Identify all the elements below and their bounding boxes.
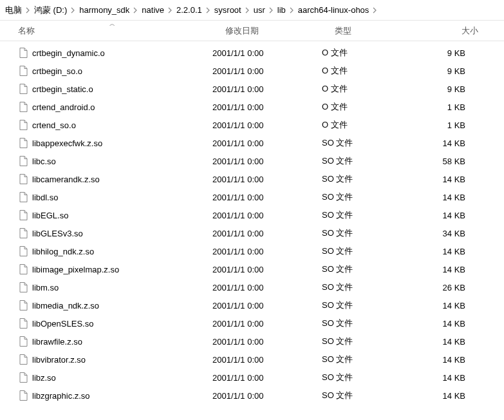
file-type-cell: SO 文件 [322,318,415,329]
chevron-right-icon[interactable] [206,7,210,14]
file-size-cell: 14 KB [415,265,473,274]
breadcrumb-item[interactable]: 鸿蒙 (D:) [32,3,70,17]
file-row[interactable]: libappexecfwk.z.so2001/1/1 0:00SO 文件14 K… [0,134,504,152]
file-date-cell: 2001/1/1 0:00 [212,247,322,256]
breadcrumb-item[interactable]: 2.2.0.1 [174,4,205,16]
file-row[interactable]: crtbegin_static.o2001/1/1 0:00O 文件9 KB [0,80,504,98]
chevron-right-icon[interactable] [245,7,250,14]
file-type-cell: SO 文件 [322,390,415,401]
file-icon [18,318,28,329]
file-row[interactable]: crtend_android.o2001/1/1 0:00O 文件1 KB [0,98,504,116]
file-name-label: libcamerandk.z.so [32,175,100,184]
file-row[interactable]: libdl.so2001/1/1 0:00SO 文件14 KB [0,188,504,206]
file-row[interactable]: libzgraphic.z.so2001/1/1 0:00SO 文件14 KB [0,387,504,405]
breadcrumb-item[interactable]: aarch64-linux-ohos [295,4,372,16]
file-size-cell: 14 KB [415,391,473,401]
column-header-type[interactable]: 类型 [335,21,428,41]
file-name-label: libGLESv3.so [32,229,83,238]
chevron-right-icon[interactable] [373,7,377,14]
file-size-cell: 34 KB [415,229,473,238]
file-name-label: libEGL.so [32,211,68,220]
file-row[interactable]: libc.so2001/1/1 0:00SO 文件58 KB [0,152,504,170]
column-header-name[interactable]: 名称 [18,21,225,41]
file-type-cell: SO 文件 [322,227,415,239]
file-date-cell: 2001/1/1 0:00 [212,157,322,166]
file-icon [18,228,28,238]
file-icon [18,354,28,365]
file-size-cell: 1 KB [415,102,473,112]
file-date-cell: 2001/1/1 0:00 [212,319,322,329]
file-name-label: libzgraphic.z.so [32,391,90,401]
breadcrumb-item[interactable]: native [139,4,167,16]
file-row[interactable]: libhilog_ndk.z.so2001/1/1 0:00SO 文件14 KB [0,242,504,260]
file-row[interactable]: libmedia_ndk.z.so2001/1/1 0:00SO 文件14 KB [0,296,504,314]
file-name-cell: libhilog_ndk.z.so [18,246,212,256]
file-name-cell: libGLESv3.so [18,228,212,238]
file-row[interactable]: crtend_so.o2001/1/1 0:00O 文件1 KB [0,116,504,134]
file-icon [18,192,28,202]
chevron-right-icon[interactable] [133,7,138,14]
file-icon [18,138,28,148]
file-name-cell: libz.so [18,372,212,383]
file-icon [18,210,28,220]
file-type-cell: SO 文件 [322,336,415,347]
file-type-cell: O 文件 [322,47,415,59]
breadcrumb-item[interactable]: harmony_sdk [77,4,132,16]
file-size-cell: 14 KB [415,175,473,184]
file-size-cell: 1 KB [415,120,473,130]
file-row[interactable]: librawfile.z.so2001/1/1 0:00SO 文件14 KB [0,332,504,350]
file-size-cell: 14 KB [415,337,473,347]
file-icon [18,174,28,184]
file-size-cell: 58 KB [415,157,473,166]
breadcrumb: 电脑鸿蒙 (D:)harmony_sdknative2.2.0.1sysroot… [0,0,504,21]
file-row[interactable]: libz.so2001/1/1 0:00SO 文件14 KB [0,368,504,387]
breadcrumb-item[interactable]: sysroot [212,4,244,16]
file-size-cell: 14 KB [415,138,473,148]
file-type-cell: SO 文件 [322,263,415,275]
file-icon [18,120,28,130]
file-size-cell: 14 KB [415,247,473,256]
file-date-cell: 2001/1/1 0:00 [212,193,322,202]
file-icon [18,300,28,310]
breadcrumb-item[interactable]: usr [251,4,268,16]
chevron-right-icon[interactable] [290,7,294,14]
file-icon [18,84,28,94]
file-name-cell: libc.so [18,156,212,166]
column-header-date[interactable]: 修改日期 [225,21,335,41]
file-date-cell: 2001/1/1 0:00 [212,102,322,112]
file-row[interactable]: libvibrator.z.so2001/1/1 0:00SO 文件14 KB [0,350,504,368]
file-icon [18,282,28,292]
file-date-cell: 2001/1/1 0:00 [212,337,322,347]
file-name-cell: libEGL.so [18,210,212,220]
breadcrumb-item[interactable]: lib [275,4,288,16]
file-name-label: crtbegin_static.o [32,84,93,94]
file-type-cell: SO 文件 [322,137,415,149]
file-row[interactable]: libOpenSLES.so2001/1/1 0:00SO 文件14 KB [0,314,504,332]
chevron-right-icon[interactable] [26,7,30,14]
file-row[interactable]: libcamerandk.z.so2001/1/1 0:00SO 文件14 KB [0,170,504,188]
file-row[interactable]: libEGL.so2001/1/1 0:00SO 文件14 KB [0,206,504,224]
column-header-size[interactable]: 大小 [428,21,486,41]
file-row[interactable]: crtbegin_dynamic.o2001/1/1 0:00O 文件9 KB [0,44,504,62]
chevron-right-icon[interactable] [168,7,173,14]
chevron-right-icon[interactable] [269,7,274,14]
file-size-cell: 14 KB [415,193,473,202]
file-type-cell: O 文件 [322,83,415,95]
file-name-label: libimage_pixelmap.z.so [32,265,119,274]
chevron-right-icon[interactable] [71,7,75,14]
file-date-cell: 2001/1/1 0:00 [212,229,322,238]
file-name-cell: crtend_so.o [18,120,212,130]
breadcrumb-item[interactable]: 电脑 [3,3,24,17]
file-icon [18,390,28,401]
file-list: crtbegin_dynamic.o2001/1/1 0:00O 文件9 KBc… [0,41,504,405]
file-icon [18,336,28,347]
file-name-label: libdl.so [32,193,58,202]
file-date-cell: 2001/1/1 0:00 [212,48,322,58]
file-name-cell: libimage_pixelmap.z.so [18,264,212,274]
file-row[interactable]: libm.so2001/1/1 0:00SO 文件26 KB [0,278,504,296]
file-row[interactable]: libimage_pixelmap.z.so2001/1/1 0:00SO 文件… [0,260,504,278]
file-date-cell: 2001/1/1 0:00 [212,138,322,148]
file-size-cell: 26 KB [415,283,473,292]
file-row[interactable]: crtbegin_so.o2001/1/1 0:00O 文件9 KB [0,62,504,80]
file-row[interactable]: libGLESv3.so2001/1/1 0:00SO 文件34 KB [0,224,504,242]
